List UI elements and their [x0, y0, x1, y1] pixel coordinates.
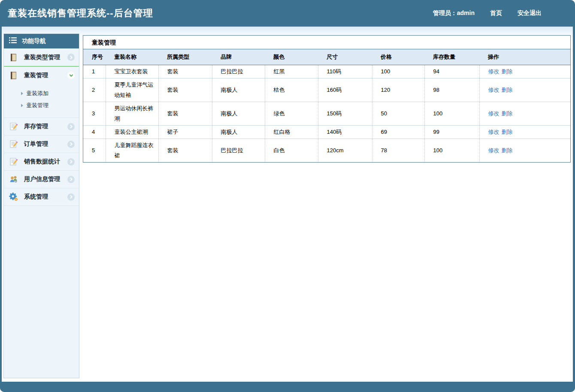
admin-page: 童装在线销售管理系统--后台管理 管理员：admin 首页 安全退出 功能导航 …: [0, 0, 575, 392]
col-header-price: 价格: [372, 49, 424, 65]
chevron-right-icon[interactable]: [67, 193, 75, 201]
sidebar-item-system-mgmt[interactable]: 系统管理: [4, 188, 79, 206]
gears-icon: [9, 192, 18, 202]
edit-link[interactable]: 修改: [488, 87, 499, 93]
notepad-pencil-icon: [9, 122, 18, 131]
table-row: 1宝宝卫衣套装套装巴拉巴拉红黑110码10094修改删除: [83, 65, 570, 78]
triangle-right-icon: [21, 104, 23, 107]
product-name-cell: 儿童舞蹈服连衣裙: [106, 139, 158, 162]
product-type-cell: 套装: [158, 78, 212, 102]
actions-cell: 修改删除: [479, 125, 570, 139]
admin-label: 管理员：admin: [433, 9, 475, 17]
sidebar-item-clothing-type-mgmt[interactable]: 童装类型管理: [4, 48, 79, 66]
price-cell: 69: [372, 125, 424, 139]
product-type-cell: 套装: [158, 139, 212, 162]
price-cell: 100: [372, 65, 424, 78]
stock-cell: 98: [424, 78, 479, 102]
notepad-pencil-icon: [9, 157, 18, 166]
col-header-actions: 操作: [479, 49, 570, 65]
home-link[interactable]: 首页: [490, 9, 502, 17]
sidebar-submenu: 童装添加 童装管理: [4, 84, 79, 118]
brand-cell: 南极人: [212, 78, 265, 102]
top-header-bar: 童装在线销售管理系统--后台管理 管理员：admin 首页 安全退出: [0, 0, 575, 27]
sidebar-subitem-clothing-add[interactable]: 童装添加: [4, 87, 79, 100]
sidebar-item-order-mgmt[interactable]: 订单管理: [4, 136, 79, 153]
top-right-nav: 管理员：admin 首页 安全退出: [433, 9, 542, 17]
brand-cell: 南极人: [212, 125, 265, 139]
col-header-no: 序号: [83, 49, 106, 65]
row-number-cell: 2: [83, 78, 106, 102]
chevron-right-icon[interactable]: [67, 141, 75, 148]
actions-cell: 修改删除: [479, 78, 570, 102]
app-title: 童装在线销售管理系统--后台管理: [8, 7, 153, 20]
sidebar-item-sales-statistics[interactable]: 销售数据统计: [4, 153, 79, 171]
product-name-cell: 男运动休闲长裤潮: [106, 102, 158, 125]
edit-link[interactable]: 修改: [488, 68, 499, 75]
delete-link[interactable]: 删除: [502, 110, 513, 117]
color-cell: 桔色: [265, 78, 318, 102]
size-cell: 120cm: [318, 139, 372, 162]
product-type-cell: 裙子: [158, 125, 212, 139]
sidebar-item-user-info-mgmt[interactable]: 用户信息管理: [4, 171, 79, 188]
delete-link[interactable]: 删除: [502, 68, 513, 75]
brand-cell: 南极人: [212, 102, 265, 125]
color-cell: 白色: [265, 139, 318, 162]
actions-cell: 修改删除: [479, 65, 570, 78]
sidebar-subitem-label: 童装管理: [26, 102, 48, 109]
size-cell: 140码: [318, 125, 372, 139]
row-number-cell: 3: [83, 102, 106, 125]
brand-cell: 巴拉巴拉: [212, 65, 265, 78]
triangle-right-icon: [21, 92, 23, 95]
chevron-right-icon[interactable]: [67, 123, 75, 130]
row-number-cell: 5: [83, 139, 106, 162]
edit-link[interactable]: 修改: [488, 129, 499, 135]
col-header-size: 尺寸: [318, 49, 372, 65]
product-type-cell: 套装: [158, 102, 212, 125]
table-row: 2夏季儿童洋气运动短袖套装南极人桔色160码12098修改删除: [83, 78, 570, 102]
color-cell: 红黑: [265, 65, 318, 78]
col-header-type: 所属类型: [158, 49, 212, 65]
actions-cell: 修改删除: [479, 102, 570, 125]
sidebar-item-inventory-mgmt[interactable]: 库存管理: [4, 118, 79, 136]
product-name-cell: 宝宝卫衣套装: [106, 65, 158, 78]
delete-link[interactable]: 删除: [502, 129, 513, 135]
brand-cell: 巴拉巴拉: [212, 139, 265, 162]
book-icon: [9, 53, 18, 62]
col-header-color: 颜色: [265, 49, 318, 65]
book-icon: [9, 71, 18, 80]
sidebar-subitem-label: 童装添加: [26, 90, 48, 97]
stock-cell: 99: [424, 125, 479, 139]
sidebar-header: 功能导航: [4, 34, 79, 48]
price-cell: 120: [372, 78, 424, 102]
sidebar-item-clothing-mgmt[interactable]: 童装管理: [4, 66, 79, 84]
price-cell: 78: [372, 139, 424, 162]
product-name-cell: 夏季儿童洋气运动短袖: [106, 78, 158, 102]
price-cell: 50: [372, 102, 424, 125]
delete-link[interactable]: 删除: [502, 87, 513, 93]
color-cell: 绿色: [265, 102, 318, 125]
sidebar-title: 功能导航: [22, 37, 46, 45]
size-cell: 160码: [318, 78, 372, 102]
product-name-cell: 童装公主裙潮: [106, 125, 158, 139]
content-area: 功能导航 童装类型管理 童装管理: [2, 27, 573, 382]
list-icon: [9, 37, 17, 45]
chevron-right-icon[interactable]: [67, 54, 75, 61]
chevron-right-icon[interactable]: [67, 158, 75, 166]
clothing-management-panel: 童装管理 序号 童装名称 所属类型 品牌 颜色 尺寸 价格 库存数量 操: [83, 35, 571, 163]
col-header-brand: 品牌: [212, 49, 265, 65]
sidebar-subitem-clothing-manage[interactable]: 童装管理: [4, 100, 79, 112]
table-header: 序号 童装名称 所属类型 品牌 颜色 尺寸 价格 库存数量 操作: [83, 49, 570, 65]
actions-cell: 修改删除: [479, 139, 570, 162]
chevron-down-icon[interactable]: [67, 72, 75, 79]
footer-bar: [0, 382, 575, 392]
logout-link[interactable]: 安全退出: [518, 9, 542, 17]
edit-link[interactable]: 修改: [488, 110, 499, 117]
col-header-name: 童装名称: [106, 49, 158, 65]
delete-link[interactable]: 删除: [502, 147, 513, 154]
notepad-pencil-icon: [9, 139, 18, 149]
chevron-right-icon[interactable]: [67, 176, 75, 183]
stock-cell: 100: [424, 139, 479, 162]
table-body: 1宝宝卫衣套装套装巴拉巴拉红黑110码10094修改删除2夏季儿童洋气运动短袖套…: [83, 65, 570, 162]
size-cell: 110码: [318, 65, 372, 78]
edit-link[interactable]: 修改: [488, 147, 499, 154]
